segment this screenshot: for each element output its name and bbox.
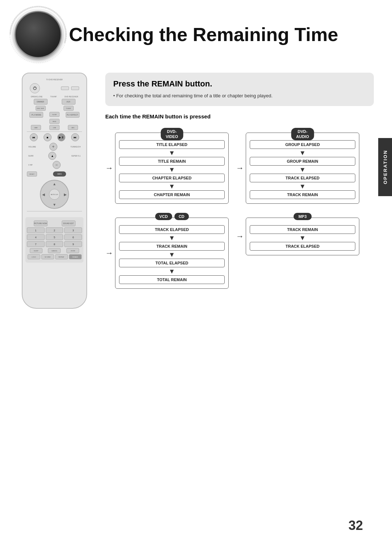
divider2 bbox=[27, 211, 82, 211]
remote-power-row bbox=[27, 82, 82, 95]
vcd-cd-arrow: → bbox=[105, 248, 113, 258]
remote-top: TV DVD RECEIVER OPEN/CLOSE TV/VHF DVD RE… bbox=[25, 76, 83, 215]
slow-button[interactable]: SLOW bbox=[49, 112, 60, 117]
vcd-cd-item-1: TRACK REMAIN bbox=[119, 242, 225, 251]
s2view-button[interactable]: S2 VIEW bbox=[41, 254, 54, 259]
remote-body: TV DVD RECEIVER OPEN/CLOSE TV/VHF DVD RE… bbox=[22, 73, 87, 309]
vcd-cd-item-0: TRACK ELAPSED bbox=[119, 225, 225, 234]
cancel-button[interactable]: CANCEL bbox=[48, 248, 61, 253]
arrow-down-6: ▼ bbox=[169, 235, 175, 241]
tv-dvd-buttons bbox=[61, 86, 79, 90]
dimmer-button[interactable]: DIMMER bbox=[34, 99, 48, 105]
mp3-badge: MP3 bbox=[293, 213, 312, 220]
tuning-label: TUNING/CH bbox=[70, 146, 81, 148]
pl-ii-mode-button[interactable]: PL II MODE bbox=[29, 112, 43, 118]
surr-row: SURR ▲ SUPER 5.1 bbox=[28, 152, 81, 160]
right-panel: Press the REMAIN button. For checking th… bbox=[105, 73, 374, 309]
dvd-video-flow-items: TITLE ELAPSED ▼ TITLE REMAIN ▼ CHAPTER E… bbox=[119, 140, 225, 199]
arrow-down-8: ▼ bbox=[169, 268, 175, 275]
mod-button[interactable]: MOD bbox=[49, 119, 60, 124]
num-4-button[interactable]: 4 bbox=[27, 234, 45, 240]
mp3-flow-wrapper: → MP3 TRACK REMAIN ▼ TRACK ELAPSED bbox=[236, 218, 359, 255]
repeat-button[interactable]: REPEAT bbox=[55, 254, 68, 259]
vcd-badge-label: VCD bbox=[155, 213, 172, 220]
lsm-button[interactable]: LSM bbox=[49, 125, 60, 130]
remain-button[interactable]: REMAIN bbox=[69, 254, 82, 259]
pl-ii-effect-button[interactable]: PL II EFFECT bbox=[66, 112, 79, 118]
vcd-cd-item-2: TOTAL ELAPSED bbox=[119, 259, 225, 267]
mp3-arrow: → bbox=[236, 232, 244, 241]
dvd-video-badge: DVD-VIDEO bbox=[160, 128, 183, 141]
nav-down-button[interactable]: ▼ bbox=[53, 203, 56, 207]
dvd-video-arrow: → bbox=[105, 163, 113, 173]
dvd-audio-item-2: TRACK ELAPSED bbox=[250, 174, 355, 182]
dvd-audio-item-1: GROUP REMAIN bbox=[250, 157, 355, 166]
dvd-audio-flow-container: → DVD-AUDIO GROUP ELAPSED ▼ GROUP REMAIN… bbox=[236, 126, 359, 204]
mp3-flow-box: MP3 TRACK REMAIN ▼ TRACK ELAPSED bbox=[246, 218, 359, 255]
dvd-audio-arrow: → bbox=[236, 163, 244, 173]
arrow-down-7: ▼ bbox=[169, 251, 175, 258]
mp3-item-0: TRACK REMAIN bbox=[250, 225, 355, 234]
mod-row: MOD bbox=[27, 119, 82, 124]
dvd-audio-flow-wrapper: → DVD-AUDIO GROUP ELAPSED ▼ GROUP REMAIN… bbox=[236, 133, 359, 204]
zoom-button[interactable]: ZOOM bbox=[66, 248, 79, 253]
tv-select-button[interactable] bbox=[61, 86, 69, 90]
mp3-flow-container: → MP3 TRACK REMAIN ▼ TRACK ELAPSED bbox=[236, 211, 359, 289]
num-7-button[interactable]: 7 bbox=[27, 241, 45, 247]
num-2-button[interactable]: 2 bbox=[46, 227, 64, 233]
num-8-button[interactable]: 8 bbox=[46, 241, 64, 247]
dvd-video-flow-container: → DVD-VIDEO TITLE ELAPSED ▼ TITLE REMAIN… bbox=[105, 126, 229, 204]
super51-label: SUPER 5.1 bbox=[71, 155, 81, 157]
nav-right-button[interactable]: ▶ bbox=[64, 193, 67, 197]
each-time-title: Each time the REMAIN button is pressed bbox=[105, 113, 374, 119]
nav-circle[interactable]: ▲ ▼ ◀ ▶ MUTE CLR bbox=[40, 180, 69, 209]
volume-plus-button[interactable]: + bbox=[49, 143, 57, 151]
volume-minus-button[interactable]: − bbox=[53, 161, 61, 169]
info-reset-row: RESET INFO bbox=[27, 170, 82, 178]
press-remain-description: For checking the total and remaining tim… bbox=[113, 92, 366, 100]
dvd-video-flow-wrapper: → DVD-VIDEO TITLE ELAPSED ▼ TITLE REMAIN… bbox=[105, 133, 229, 204]
nav-center-button[interactable]: MUTE CLR bbox=[49, 189, 60, 200]
remote-illustration: TV DVD RECEIVER OPEN/CLOSE TV/VHF DVD RE… bbox=[15, 73, 94, 309]
page-number: 32 bbox=[348, 518, 363, 533]
volume-label: VOLUME bbox=[28, 146, 36, 148]
num-3-button[interactable]: 3 bbox=[64, 227, 82, 233]
play-pause-button[interactable]: ▶⏸ bbox=[57, 133, 65, 141]
aux-button[interactable]: AUX bbox=[62, 99, 75, 105]
numpad: 1 2 3 4 5 6 7 8 9 bbox=[27, 227, 82, 247]
logo-button[interactable]: LOGO bbox=[28, 254, 40, 259]
power-button[interactable] bbox=[30, 83, 40, 93]
vol-minus-row: V HP − bbox=[28, 161, 81, 169]
disc-skip-button[interactable]: DISC SKIP bbox=[36, 106, 46, 111]
press-remain-box: Press the REMAIN button. For checking th… bbox=[105, 73, 374, 106]
header: 0101010101010101010101010101010101010101… bbox=[0, 0, 392, 62]
uam-button[interactable]: UAM bbox=[31, 125, 41, 130]
source-labels: OPEN/CLOSE TV/VHF DVD RECEIVER bbox=[27, 96, 82, 98]
stop-button[interactable]: ■ bbox=[44, 133, 52, 141]
num-1-button[interactable]: 1 bbox=[27, 227, 45, 233]
info-button[interactable]: INFO bbox=[53, 171, 66, 177]
surr-label: SURR bbox=[28, 155, 33, 157]
sleep-button[interactable]: SLEEP bbox=[30, 248, 42, 253]
nav-ring: ▲ ▼ ◀ ▶ MUTE CLR bbox=[40, 180, 69, 209]
next-button[interactable]: ⏭ bbox=[71, 133, 79, 141]
num-6-button[interactable]: 6 bbox=[64, 234, 82, 240]
main-content: TV DVD RECEIVER OPEN/CLOSE TV/VHF DVD RE… bbox=[0, 65, 392, 316]
sound-edit-button[interactable]: SOUND EDT bbox=[62, 220, 75, 226]
vcd-cd-flow-wrapper: → VCD CD TRACK ELAPSED ▼ TRACK REMAIN ▼ … bbox=[105, 218, 229, 289]
tuner-button[interactable]: TUNER bbox=[64, 106, 74, 111]
dvd-select-button[interactable] bbox=[71, 86, 79, 90]
prev-button[interactable]: ⏮ bbox=[30, 133, 38, 141]
dvd-audio-item-3: TRACK REMAIN bbox=[250, 190, 355, 199]
num-9-button[interactable]: 9 bbox=[64, 241, 82, 247]
asc-button[interactable]: ASC bbox=[68, 125, 78, 130]
nav-left-button[interactable]: ◀ bbox=[42, 193, 45, 197]
bottom-buttons-row2: LOGO S2 VIEW REPEAT REMAIN bbox=[27, 254, 82, 259]
picture-now-button[interactable]: PICTURE NOW bbox=[34, 220, 48, 226]
divider1 bbox=[27, 131, 82, 132]
reset-button[interactable]: RESET bbox=[27, 171, 37, 177]
vcd-cd-flow-items: TRACK ELAPSED ▼ TRACK REMAIN ▼ TOTAL ELA… bbox=[119, 225, 225, 284]
volume-center-button[interactable]: ▲ bbox=[48, 152, 56, 160]
num-5-button[interactable]: 5 bbox=[46, 234, 64, 240]
nav-up-button[interactable]: ▲ bbox=[53, 182, 56, 186]
